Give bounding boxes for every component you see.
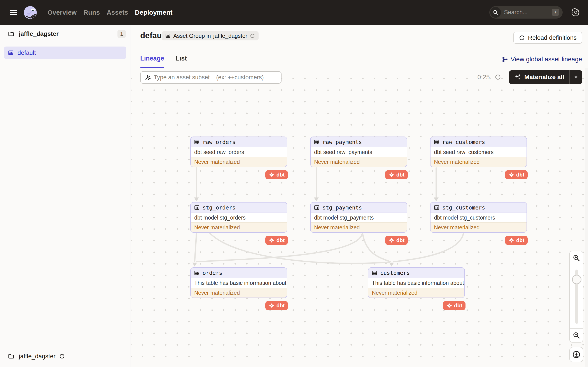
breadcrumb-repo-link[interactable]: jaffle_dagster [213,33,247,39]
dagster-logo-icon[interactable] [23,6,37,19]
asset-node-orders[interactable]: orders This table has basic information … [190,267,287,298]
dbt-badge-label: dbt [277,237,285,243]
asset-node-raw-customers[interactable]: raw_customers dbt seed raw_customers Nev… [430,136,527,167]
dbt-badge-label: dbt [516,172,524,178]
dbt-badge[interactable]: dbt [505,236,528,245]
nav-item-runs[interactable]: Runs [83,9,100,16]
dbt-logo-icon [389,237,395,243]
search-icon [490,7,501,18]
tab-list[interactable]: List [176,55,187,68]
dbt-logo-icon [269,237,275,243]
asset-node-raw-payments[interactable]: raw_payments dbt seed raw_payments Never… [310,136,407,167]
dbt-logo-icon [269,172,275,178]
reload-icon [519,35,525,41]
materialize-all-button[interactable]: Materialize all [509,70,582,84]
dbt-badge[interactable]: dbt [505,170,528,179]
search-input[interactable]: Search... / [489,6,563,18]
settings-gear-icon[interactable] [571,8,580,17]
dbt-logo-icon [269,302,275,309]
dbt-logo-icon [508,237,515,243]
zoom-slider-thumb[interactable] [572,275,581,284]
global-lineage-label: View global asset lineage [510,56,582,63]
asset-subset-input[interactable] [154,74,277,81]
hamburger-menu-icon[interactable] [10,10,17,15]
asset-status: Never materialized [191,222,287,232]
reload-definitions-button[interactable]: Reload definitions [513,32,582,44]
sidebar-item-default-group[interactable]: default [4,47,126,59]
lineage-canvas[interactable]: 0:25 Materialize all raw_orders dbt seed… [131,68,588,367]
asset-node-stg-payments[interactable]: stg_payments dbt model stg_payments Neve… [310,202,407,233]
asset-node-raw-orders[interactable]: raw_orders dbt seed raw_orders Never mat… [190,136,287,167]
asset-group-icon [8,50,14,56]
zoom-slider[interactable] [569,265,583,329]
table-icon [372,270,377,276]
asset-name: orders [203,270,222,276]
dbt-badge[interactable]: dbt [385,170,408,179]
dbt-badge[interactable]: dbt [443,301,466,310]
folder-icon [8,353,14,359]
table-icon [314,139,320,145]
dbt-badge[interactable]: dbt [385,236,408,245]
table-icon [194,205,200,210]
table-icon [434,139,440,145]
dbt-badge-label: dbt [396,237,405,243]
asset-node-customers[interactable]: customers This table has basic informati… [368,267,465,298]
asset-status: Never materialized [311,157,407,167]
asset-name: raw_customers [442,139,485,145]
asset-group-icon [165,33,171,39]
materialize-dropdown-caret[interactable] [570,75,582,80]
view-global-asset-lineage-link[interactable]: View global asset lineage [502,56,582,63]
tab-lineage[interactable]: Lineage [140,55,164,68]
main-navigation: Overview Runs Assets Deployment [47,0,173,25]
asset-node-stg-customers[interactable]: stg_customers dbt model stg_customers Ne… [430,202,527,233]
download-image-button[interactable] [569,347,583,362]
nav-item-overview[interactable]: Overview [47,9,77,16]
query-timer: 0:25 [477,74,490,81]
asset-status: Never materialized [191,157,287,167]
nav-item-deployment[interactable]: Deployment [135,9,173,16]
table-icon [194,270,200,276]
asset-description: dbt model stg_payments [311,213,407,222]
asset-description: dbt seed raw_customers [431,147,527,157]
asset-description: dbt model stg_orders [191,213,287,222]
asset-node-stg-orders[interactable]: stg_orders dbt model stg_orders Never ma… [190,202,287,233]
sidebar: jaffle_dagster 1 default jaffle_dagster [0,25,131,367]
lineage-graph-icon [502,56,508,62]
canvas-scrollbar-gutter[interactable] [585,68,588,367]
folder-icon [8,31,14,37]
asset-status: Never materialized [431,157,527,167]
zoom-out-button[interactable] [569,328,583,342]
search-placeholder: Search... [504,9,552,16]
reload-repo-icon[interactable] [59,353,65,359]
asset-name: raw_payments [322,139,362,145]
sidebar-item-label: default [17,49,36,56]
reload-definitions-label: Reload definitions [528,34,577,41]
refresh-group-icon[interactable] [250,33,255,38]
asset-status: Never materialized [431,222,527,232]
table-icon [434,205,440,210]
dbt-badge[interactable]: dbt [265,170,288,179]
footer-repo-name: jaffle_dagster [19,353,56,360]
table-icon [194,139,200,145]
repo-name: jaffle_dagster [19,30,117,37]
sidebar-repo-jaffle-dagster[interactable]: jaffle_dagster 1 [0,25,130,43]
search-shortcut-badge: / [552,9,559,16]
dbt-badge[interactable]: dbt [265,301,288,310]
asset-status: Never materialized [368,288,464,298]
refresh-graph-icon[interactable] [495,74,501,80]
zoom-in-button[interactable] [569,251,583,265]
asset-name: stg_orders [203,204,236,211]
asset-description: This table has basic information about .… [368,278,464,288]
asset-description: dbt model stg_customers [431,213,527,222]
dbt-badge[interactable]: dbt [265,236,288,245]
asset-name: stg_customers [442,204,485,211]
dbt-badge-label: dbt [516,237,524,243]
nav-item-assets[interactable]: Assets [106,9,128,16]
materialize-all-label: Materialize all [524,74,564,81]
op-selector-icon [144,74,151,81]
asset-status: Never materialized [311,222,407,232]
asset-subset-filter[interactable] [140,71,282,84]
dbt-badge-label: dbt [277,172,285,178]
view-tabs: Lineage List [140,55,187,68]
repo-count-badge: 1 [117,30,126,38]
